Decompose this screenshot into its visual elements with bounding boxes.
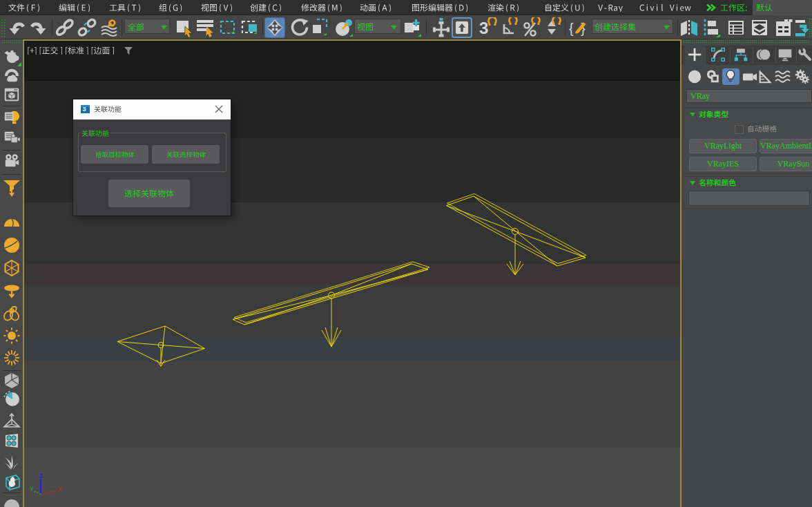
svg-text:y: y bbox=[30, 484, 34, 491]
svg-text:{: { bbox=[569, 21, 574, 36]
svg-text:3: 3 bbox=[83, 106, 86, 113]
svg-text:3: 3 bbox=[479, 19, 488, 37]
svg-text:Z: Z bbox=[39, 472, 44, 479]
svg-text:X: X bbox=[58, 485, 63, 492]
